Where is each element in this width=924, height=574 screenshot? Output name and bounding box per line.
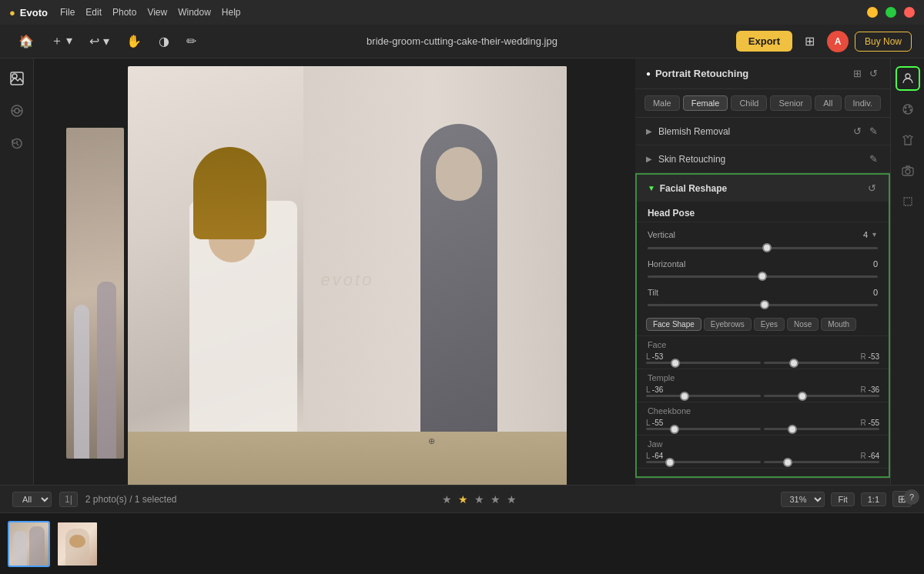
tilt-slider-container[interactable] — [648, 299, 878, 310]
panel-icon-portrait[interactable] — [896, 66, 920, 91]
cheekbone-r-slider[interactable] — [764, 428, 879, 430]
close-button[interactable] — [904, 7, 915, 18]
panel-icon-camera[interactable] — [896, 159, 920, 183]
help-button[interactable]: ? — [904, 489, 919, 505]
temple-lr-sliders[interactable] — [646, 395, 879, 397]
temple-r-slider[interactable] — [764, 395, 879, 397]
tab-indiv[interactable]: Indiv. — [845, 95, 881, 111]
blemish-edit-button[interactable]: ✎ — [868, 124, 879, 138]
fit-button[interactable]: Fit — [831, 492, 854, 506]
toolbar-right: Export ⊞ A Buy Now — [690, 31, 912, 52]
buy-now-button[interactable]: Buy Now — [855, 32, 912, 52]
menu-window[interactable]: Window — [178, 7, 211, 18]
temple-l-slider[interactable] — [646, 395, 762, 397]
facial-reshape-reset-button[interactable]: ↺ — [866, 181, 878, 195]
tab-female[interactable]: Female — [683, 95, 728, 111]
star-4[interactable]: ★ — [490, 493, 500, 506]
tab-all[interactable]: All — [815, 95, 841, 111]
vertical-dropdown-button[interactable]: ▾ — [871, 229, 878, 240]
horizontal-slider-container[interactable] — [648, 271, 878, 282]
star-1[interactable]: ★ — [442, 493, 452, 506]
user-avatar[interactable]: A — [827, 31, 849, 52]
jaw-r-slider[interactable] — [764, 461, 879, 463]
blemish-removal-label: Blemish Removal — [658, 126, 730, 137]
facial-reshape-label: ▼ Facial Reshape — [648, 183, 727, 194]
skin-retouching-left: ▶ Skin Retouching — [646, 154, 725, 165]
filmstrip-thumb-2[interactable] — [56, 521, 99, 567]
add-button[interactable]: ＋ ▾ — [45, 30, 79, 52]
menu-view[interactable]: View — [147, 7, 167, 18]
zoom-select[interactable]: 31% — [781, 492, 825, 507]
panel-icon-palette[interactable] — [896, 97, 920, 122]
brush-button[interactable]: ✏ — [180, 31, 203, 52]
filmstrip — [0, 512, 924, 574]
jaw-lr-sliders[interactable] — [646, 461, 879, 463]
photo-count-label: 2 photo(s) / 1 selected — [85, 494, 177, 505]
mask-button[interactable]: ◑ — [152, 31, 176, 52]
face-r-slider[interactable] — [764, 362, 879, 364]
horizontal-slider-row: Horizontal 0 — [637, 256, 889, 285]
star-3[interactable]: ★ — [474, 493, 484, 506]
head-pose-title: Head Pose — [637, 202, 889, 222]
panel-icon-crop[interactable] — [896, 189, 920, 214]
sidebar-icon-landscape[interactable] — [5, 66, 29, 91]
star-2[interactable]: ★ — [458, 493, 468, 506]
skin-retouching-row[interactable]: ▶ Skin Retouching ✎ — [635, 145, 890, 173]
sub-tab-eyebrows[interactable]: Eyebrows — [704, 318, 752, 331]
horizontal-slider[interactable] — [648, 275, 878, 278]
minimize-button[interactable] — [867, 7, 878, 18]
jaw-section: Jaw L -64 R -64 — [637, 436, 889, 469]
tab-child[interactable]: Child — [731, 95, 767, 111]
titlebar-left: ● Evoto File Edit Photo View Window Help — [9, 7, 241, 18]
undo-button[interactable]: ↩ ▾ — [83, 31, 115, 52]
sub-tab-nose[interactable]: Nose — [787, 318, 819, 331]
right-panel-icon-strip — [890, 58, 924, 485]
sub-tab-mouth[interactable]: Mouth — [821, 318, 856, 331]
vertical-slider-container[interactable] — [648, 242, 878, 253]
sub-tab-eyes[interactable]: Eyes — [754, 318, 785, 331]
hand-tool-button[interactable]: ✋ — [120, 31, 148, 52]
panel-icon-wardrobe[interactable] — [896, 128, 920, 152]
face-l-slider[interactable] — [646, 362, 762, 364]
temple-section-title: Temple — [637, 369, 889, 384]
skin-edit-button[interactable]: ✎ — [868, 152, 879, 166]
tilt-slider-row: Tilt 0 — [637, 285, 889, 313]
main-content: evoto ⊕ ● Portrait Retouching ⊞ ↺ — [0, 58, 924, 485]
tilt-slider[interactable] — [648, 304, 878, 306]
menu-help[interactable]: Help — [222, 7, 241, 18]
blemish-reset-button[interactable]: ↺ — [852, 124, 863, 138]
maximize-button[interactable] — [886, 7, 896, 18]
canvas-area[interactable]: evoto ⊕ — [34, 58, 635, 485]
filter-select[interactable]: All — [12, 492, 52, 507]
face-sub-tabs: Face Shape Eyebrows Eyes Nose Mouth — [637, 313, 889, 336]
facial-reshape-header[interactable]: ▼ Facial Reshape ↺ — [635, 173, 890, 202]
filmstrip-thumb-1[interactable] — [8, 521, 50, 567]
blemish-removal-row[interactable]: ▶ Blemish Removal ↺ ✎ — [635, 118, 890, 145]
portrait-panel: ● Portrait Retouching ⊞ ↺ Male Female Ch… — [635, 58, 890, 485]
sub-tab-face-shape[interactable]: Face Shape — [646, 318, 701, 331]
profile-tabs: Male Female Child Senior All Indiv. — [635, 89, 890, 118]
cheekbone-l-slider[interactable] — [646, 428, 762, 430]
compare-button[interactable]: ⊞ — [798, 31, 821, 52]
titlebar: ● Evoto File Edit Photo View Window Help — [0, 0, 924, 25]
panel-expand-button[interactable]: ⊞ — [852, 66, 863, 81]
menu-photo[interactable]: Photo — [112, 7, 136, 18]
sidebar-icon-history[interactable] — [5, 131, 29, 155]
home-button[interactable]: 🏠 — [12, 31, 40, 52]
jaw-l-slider[interactable] — [646, 461, 762, 463]
sidebar-icon-adjustments[interactable] — [5, 98, 29, 123]
tab-male[interactable]: Male — [644, 95, 680, 111]
svg-point-12 — [909, 109, 912, 112]
vertical-slider[interactable] — [648, 247, 878, 249]
menu-edit[interactable]: Edit — [85, 7, 102, 18]
cheekbone-lr-sliders[interactable] — [646, 428, 879, 430]
star-5[interactable]: ★ — [507, 493, 517, 506]
tab-senior[interactable]: Senior — [770, 95, 812, 111]
face-lr-sliders[interactable] — [646, 362, 879, 364]
export-button[interactable]: Export — [736, 31, 792, 52]
panel-reset-button[interactable]: ↺ — [868, 66, 879, 81]
batch-mode-button[interactable]: 1| — [59, 492, 78, 507]
filmstrip-thumb-2-bg — [58, 522, 97, 566]
menu-file[interactable]: File — [60, 7, 75, 18]
one-to-one-button[interactable]: 1:1 — [861, 492, 886, 506]
